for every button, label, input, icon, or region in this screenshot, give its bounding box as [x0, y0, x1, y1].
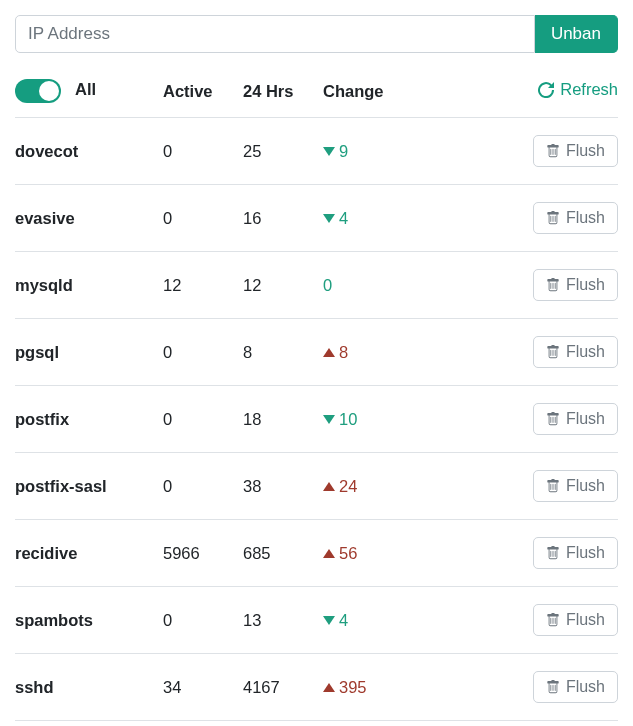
table-row: postfix01810Flush — [15, 386, 618, 453]
24hrs-count: 13 — [235, 587, 315, 654]
flush-label: Flush — [566, 678, 605, 696]
active-count: 34 — [155, 654, 235, 721]
jails-table: All Active 24 Hrs Change Refresh dovecot… — [15, 67, 618, 726]
table-row: sshd344167395Flush — [15, 654, 618, 721]
active-count: 0 — [155, 185, 235, 252]
arrow-up-icon — [323, 348, 335, 357]
jail-name: mysqld — [15, 252, 155, 319]
trash-icon — [546, 345, 560, 359]
flush-button[interactable]: Flush — [533, 202, 618, 234]
24hrs-count: 38 — [235, 453, 315, 520]
active-count: 0 — [155, 118, 235, 185]
change-cell: 10 — [315, 386, 465, 453]
active-count: 1 — [155, 721, 235, 727]
24hrs-count: 16 — [235, 185, 315, 252]
table-row: vsftpd1711Flush — [15, 721, 618, 727]
jail-name: pgsql — [15, 319, 155, 386]
change-cell: 56 — [315, 520, 465, 587]
flush-button[interactable]: Flush — [533, 403, 618, 435]
change-value: 24 — [339, 477, 357, 495]
flush-label: Flush — [566, 276, 605, 294]
24hrs-count: 25 — [235, 118, 315, 185]
change-value: 4 — [339, 611, 348, 629]
trash-icon — [546, 278, 560, 292]
active-count: 12 — [155, 252, 235, 319]
jail-name: recidive — [15, 520, 155, 587]
flush-button[interactable]: Flush — [533, 671, 618, 703]
24hrs-count: 18 — [235, 386, 315, 453]
flush-button[interactable]: Flush — [533, 269, 618, 301]
all-toggle[interactable] — [15, 79, 61, 103]
arrow-up-icon — [323, 482, 335, 491]
change-cell: 8 — [315, 319, 465, 386]
active-count: 0 — [155, 587, 235, 654]
trash-icon — [546, 144, 560, 158]
change-value: 10 — [339, 410, 357, 428]
change-cell: 9 — [315, 118, 465, 185]
flush-button[interactable]: Flush — [533, 135, 618, 167]
jail-name: evasive — [15, 185, 155, 252]
jail-name: spambots — [15, 587, 155, 654]
trash-icon — [546, 412, 560, 426]
active-count: 0 — [155, 319, 235, 386]
change-cell: 4 — [315, 185, 465, 252]
table-row: dovecot0259Flush — [15, 118, 618, 185]
ip-address-input[interactable] — [15, 15, 535, 53]
trash-icon — [546, 211, 560, 225]
24hrs-count: 12 — [235, 252, 315, 319]
change-cell: 11 — [315, 721, 465, 727]
jail-name: dovecot — [15, 118, 155, 185]
flush-label: Flush — [566, 611, 605, 629]
active-count: 5966 — [155, 520, 235, 587]
flush-label: Flush — [566, 142, 605, 160]
unban-button[interactable]: Unban — [535, 15, 618, 53]
refresh-label: Refresh — [560, 80, 618, 99]
flush-button[interactable]: Flush — [533, 470, 618, 502]
arrow-up-icon — [323, 683, 335, 692]
flush-label: Flush — [566, 544, 605, 562]
table-row: spambots0134Flush — [15, 587, 618, 654]
arrow-down-icon — [323, 616, 335, 625]
header-24hrs: 24 Hrs — [235, 67, 315, 118]
change-cell: 395 — [315, 654, 465, 721]
trash-icon — [546, 546, 560, 560]
24hrs-count: 685 — [235, 520, 315, 587]
table-row: mysqld12120Flush — [15, 252, 618, 319]
trash-icon — [546, 479, 560, 493]
change-value: 56 — [339, 544, 357, 562]
table-row: pgsql088Flush — [15, 319, 618, 386]
header-active: Active — [155, 67, 235, 118]
change-value: 8 — [339, 343, 348, 361]
flush-button[interactable]: Flush — [533, 537, 618, 569]
flush-button[interactable]: Flush — [533, 604, 618, 636]
jail-name: vsftpd — [15, 721, 155, 727]
change-cell: 4 — [315, 587, 465, 654]
change-cell: 0 — [315, 252, 465, 319]
refresh-button[interactable]: Refresh — [538, 80, 618, 99]
24hrs-count: 7 — [235, 721, 315, 727]
active-count: 0 — [155, 453, 235, 520]
change-value: 9 — [339, 142, 348, 160]
change-value: 0 — [323, 276, 332, 294]
change-cell: 24 — [315, 453, 465, 520]
table-row: postfix-sasl03824Flush — [15, 453, 618, 520]
arrow-down-icon — [323, 147, 335, 156]
flush-label: Flush — [566, 343, 605, 361]
jail-name: postfix-sasl — [15, 453, 155, 520]
arrow-down-icon — [323, 415, 335, 424]
arrow-up-icon — [323, 549, 335, 558]
active-count: 0 — [155, 386, 235, 453]
arrow-down-icon — [323, 214, 335, 223]
change-value: 4 — [339, 209, 348, 227]
refresh-icon — [538, 82, 554, 98]
change-value: 395 — [339, 678, 367, 696]
trash-icon — [546, 613, 560, 627]
flush-label: Flush — [566, 209, 605, 227]
flush-label: Flush — [566, 477, 605, 495]
table-row: recidive596668556Flush — [15, 520, 618, 587]
table-row: evasive0164Flush — [15, 185, 618, 252]
flush-button[interactable]: Flush — [533, 336, 618, 368]
jail-name: sshd — [15, 654, 155, 721]
trash-icon — [546, 680, 560, 694]
24hrs-count: 4167 — [235, 654, 315, 721]
